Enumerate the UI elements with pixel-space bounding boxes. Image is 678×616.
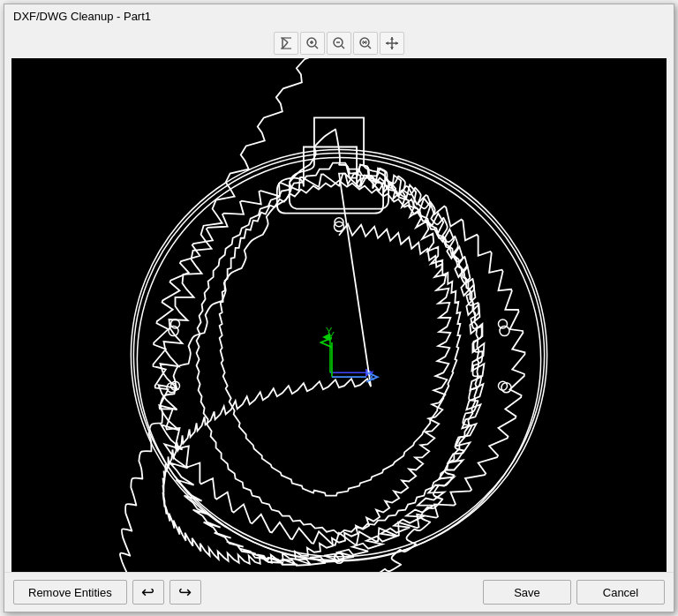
select-tool-button[interactable]: [274, 32, 298, 55]
zoom-fit-icon: [358, 36, 373, 50]
remove-entities-button[interactable]: Remove Entities: [13, 580, 127, 605]
zoom-out-button[interactable]: [327, 32, 351, 55]
canvas-viewport[interactable]: x Y: [11, 58, 667, 572]
pan-button[interactable]: [380, 32, 404, 55]
zoom-out-icon: [332, 36, 346, 50]
svg-line-1: [282, 38, 288, 42]
undo-button[interactable]: ↩: [132, 580, 164, 605]
svg-marker-20: [390, 47, 394, 49]
select-icon: [279, 36, 293, 50]
bottom-bar: Remove Entities ↩ ↪ Save Cancel: [4, 572, 674, 612]
zoom-in-button[interactable]: [300, 32, 325, 55]
dialog-title: DXF/DWG Cleanup - Part1: [13, 10, 151, 23]
toolbar: [4, 28, 674, 58]
svg-line-8: [315, 46, 318, 49]
svg-line-13: [368, 46, 371, 49]
zoom-in-icon: [305, 36, 320, 50]
pan-icon: [385, 36, 399, 50]
svg-line-2: [282, 42, 288, 49]
svg-marker-19: [390, 37, 394, 40]
teeth-layer: [11, 58, 667, 572]
zoom-fit-button[interactable]: [353, 32, 378, 55]
svg-line-11: [342, 46, 344, 49]
redo-button[interactable]: ↪: [170, 580, 201, 605]
dialog-window: DXF/DWG Cleanup - Part1: [4, 4, 674, 612]
svg-marker-21: [386, 41, 388, 45]
gear-teeth-path: [154, 174, 525, 545]
save-button[interactable]: Save: [483, 580, 571, 605]
title-bar: DXF/DWG Cleanup - Part1: [4, 4, 674, 28]
cancel-button[interactable]: Cancel: [576, 580, 665, 605]
svg-marker-22: [396, 41, 398, 45]
